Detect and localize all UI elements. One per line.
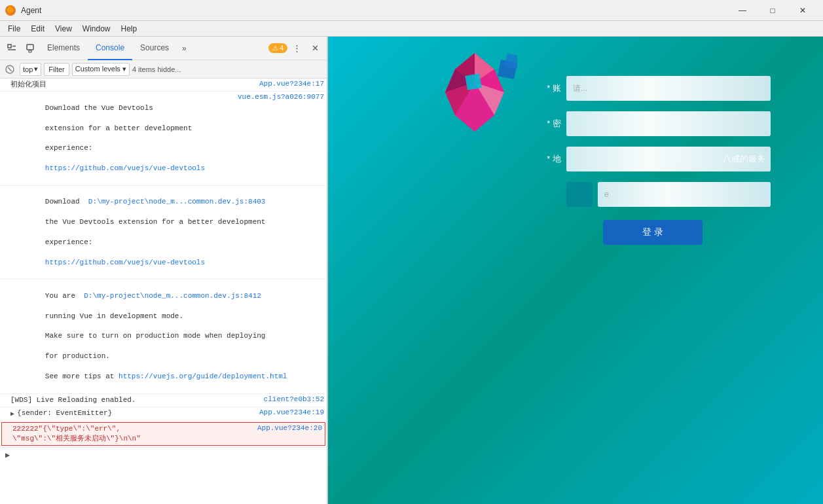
minimize-button[interactable]: — bbox=[727, 0, 758, 21]
filter-button[interactable]: Filter bbox=[44, 63, 69, 76]
more-actions-button[interactable]: ⋮ bbox=[287, 39, 306, 58]
login-button-label: 登 录 bbox=[642, 226, 663, 237]
service-hint-text: 八戒的服务 bbox=[723, 153, 765, 165]
log-text: You are D:\my-project\node_m...common.de… bbox=[10, 281, 324, 391]
captcha-input[interactable]: e bbox=[598, 182, 771, 207]
log-entry: You are D:\my-project\node_m...common.de… bbox=[0, 279, 327, 393]
log-source[interactable]: App.vue?234e:17 bbox=[259, 80, 324, 88]
svg-line-6 bbox=[8, 67, 12, 71]
device-toolbar-button[interactable] bbox=[21, 39, 39, 58]
console-log-area[interactable]: 初始化项目 App.vue?234e:17 Download the Vue D… bbox=[0, 79, 327, 504]
address-input-wrap: 八戒的服务 bbox=[566, 147, 771, 171]
captcha-box bbox=[566, 182, 593, 207]
username-label: * 账 bbox=[535, 82, 561, 94]
tab-console-label: Console bbox=[96, 43, 124, 52]
tab-elements-label: Elements bbox=[47, 43, 80, 52]
log-text: Download the Vue Devtools extension for … bbox=[10, 93, 232, 184]
tab-sources[interactable]: Sources bbox=[132, 37, 177, 60]
login-button[interactable]: 登 录 bbox=[603, 220, 703, 245]
username-placeholder: 请... bbox=[573, 83, 587, 94]
close-devtools-button[interactable]: ✕ bbox=[306, 39, 324, 58]
devtools-link-1[interactable]: https://github.com/vuejs/vue-devtools bbox=[45, 164, 205, 172]
log-text: [WDS] Live Reloading enabled. bbox=[10, 395, 259, 405]
svg-rect-15 bbox=[465, 73, 481, 90]
levels-label: Custom levels ▾ bbox=[75, 65, 126, 73]
log-entry-error: 222222"{\"type\":\"err\",\"msg\":\"相关服务未… bbox=[1, 422, 325, 446]
inspect-element-button[interactable] bbox=[3, 39, 21, 58]
extra-input-wrap: e bbox=[566, 182, 771, 207]
levels-selector[interactable]: Custom levels ▾ bbox=[72, 63, 130, 76]
common-dev-link-1[interactable]: D:\my-project\node_m...common.dev.js:840… bbox=[88, 198, 266, 206]
warning-count: 4 bbox=[280, 45, 283, 52]
panel-divider bbox=[327, 37, 328, 504]
expand-arrow-icon[interactable]: ▶ bbox=[10, 410, 14, 418]
warning-icon: ⚠ bbox=[272, 45, 278, 52]
menu-bar: File Edit View Window Help bbox=[0, 21, 823, 37]
log-text: 222222"{\"type\":\"err\",\"msg\":\"相关服务未… bbox=[12, 424, 252, 444]
log-entry: Download D:\my-project\node_m...common.d… bbox=[0, 186, 327, 280]
app-panel: * 账 请... * 密 * 地 八戒的服务 bbox=[327, 37, 823, 504]
svg-rect-3 bbox=[27, 45, 33, 50]
vuejs-deployment-link[interactable]: https://vuejs.org/guide/deployment.html bbox=[119, 372, 287, 380]
login-form: * 账 请... * 密 * 地 八戒的服务 bbox=[535, 76, 771, 245]
app-icon: 🔶 bbox=[5, 5, 16, 16]
log-source[interactable]: client?e0b3:52 bbox=[264, 395, 324, 403]
context-arrow: ▾ bbox=[34, 65, 38, 73]
prompt-arrow-icon: ▶ bbox=[5, 450, 10, 460]
devtools-link-2[interactable]: https://github.com/vuejs/vue-devtools bbox=[45, 259, 205, 266]
close-button[interactable]: ✕ bbox=[788, 0, 818, 21]
title-bar-title: Agent bbox=[21, 6, 727, 15]
context-value: top bbox=[23, 65, 33, 73]
menu-window[interactable]: Window bbox=[77, 21, 116, 37]
menu-view[interactable]: View bbox=[50, 21, 77, 37]
menu-file[interactable]: File bbox=[3, 21, 26, 37]
more-tabs-button[interactable]: » bbox=[177, 41, 192, 56]
title-bar: 🔶 Agent — □ ✕ bbox=[0, 0, 823, 21]
menu-help[interactable]: Help bbox=[116, 21, 143, 37]
username-input-wrap: 请... bbox=[566, 76, 771, 101]
log-source[interactable]: vue.esm.js?a026:9077 bbox=[238, 93, 324, 101]
svg-rect-0 bbox=[8, 45, 11, 48]
logo-area bbox=[432, 50, 517, 137]
devtools-tabs-row: Elements Console Sources » ⚠ 4 ⋮ ✕ bbox=[0, 37, 327, 60]
submit-area: 登 录 bbox=[535, 220, 771, 245]
maximize-button[interactable]: □ bbox=[758, 0, 788, 21]
username-input[interactable]: 请... bbox=[566, 76, 771, 101]
common-dev-link-2[interactable]: D:\my-project\node_m...common.dev.js:841… bbox=[84, 292, 261, 300]
captcha-placeholder: e bbox=[604, 190, 609, 199]
console-toolbar: top ▾ Filter Custom levels ▾ 4 items hid… bbox=[0, 60, 327, 79]
password-group: * 密 bbox=[535, 111, 771, 136]
tab-elements[interactable]: Elements bbox=[39, 37, 88, 60]
tab-console[interactable]: Console bbox=[88, 37, 132, 60]
password-input[interactable] bbox=[566, 111, 771, 136]
tab-actions: ⚠ 4 ⋮ ✕ bbox=[268, 39, 324, 58]
crystal-logo bbox=[432, 50, 517, 135]
log-text: {sender: EventEmitter} bbox=[17, 408, 254, 418]
username-group: * 账 请... bbox=[535, 76, 771, 101]
menu-edit[interactable]: Edit bbox=[26, 21, 50, 37]
address-label: * 地 bbox=[535, 153, 561, 165]
warning-badge[interactable]: ⚠ 4 bbox=[268, 43, 287, 53]
log-entry: ▶ {sender: EventEmitter} App.vue?234e:19 bbox=[0, 407, 327, 420]
log-entry: Download the Vue Devtools extension for … bbox=[0, 92, 327, 186]
log-source[interactable]: App.vue?234e:19 bbox=[259, 408, 324, 416]
title-bar-controls: — □ ✕ bbox=[727, 0, 818, 21]
log-source[interactable]: App.vue?234e:20 bbox=[257, 424, 322, 432]
svg-rect-4 bbox=[29, 50, 31, 52]
extra-group: e bbox=[535, 182, 771, 207]
log-text: Download D:\my-project\node_m...common.d… bbox=[10, 187, 324, 278]
console-prompt: ▶ bbox=[0, 447, 327, 463]
address-input[interactable]: 八戒的服务 bbox=[566, 147, 771, 171]
log-entry: 初始化项目 App.vue?234e:17 bbox=[0, 79, 327, 92]
clear-console-button[interactable] bbox=[3, 62, 17, 77]
password-input-wrap bbox=[566, 111, 771, 136]
log-text: 初始化项目 bbox=[10, 80, 254, 90]
items-hidden-label: 4 items hidde... bbox=[132, 65, 181, 73]
address-group: * 地 八戒的服务 bbox=[535, 147, 771, 171]
context-selector[interactable]: top ▾ bbox=[20, 63, 41, 76]
log-entry: [WDS] Live Reloading enabled. client?e0b… bbox=[0, 394, 327, 407]
tab-sources-label: Sources bbox=[140, 43, 169, 52]
devtools-panel: Elements Console Sources » ⚠ 4 ⋮ ✕ bbox=[0, 37, 327, 504]
password-label: * 密 bbox=[535, 118, 561, 130]
